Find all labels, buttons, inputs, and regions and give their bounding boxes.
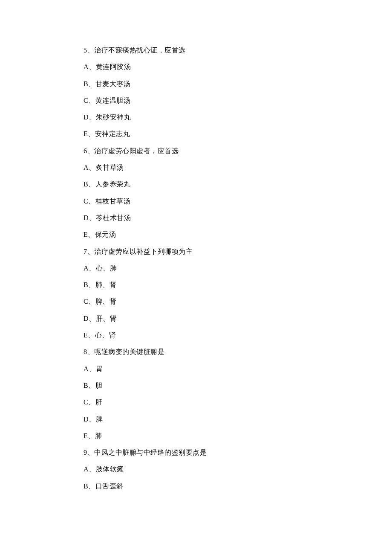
option: B、口舌歪斜 xyxy=(84,483,392,490)
option: D、肝、肾 xyxy=(84,315,392,322)
option: B、肺、肾 xyxy=(84,282,392,288)
question-stem: 5、治疗不寐痰热扰心证，应首选 xyxy=(84,47,392,54)
option: B、甘麦大枣汤 xyxy=(84,81,392,87)
option: B、人参养荣丸 xyxy=(84,181,392,188)
option: E、肺 xyxy=(84,433,392,439)
option: D、苓桂术甘汤 xyxy=(84,215,392,221)
option: C、脾、肾 xyxy=(84,298,392,305)
option: A、黄连阿胶汤 xyxy=(84,64,392,70)
option: E、安神定志丸 xyxy=(84,131,392,137)
option: D、脾 xyxy=(84,416,392,423)
option: C、桂枝甘草汤 xyxy=(84,198,392,205)
option: A、胃 xyxy=(84,366,392,372)
question-stem: 9、中风之中脏腑与中经络的鉴别要点是 xyxy=(84,449,392,456)
question-stem: 7、治疗虚劳应以补益下列哪项为主 xyxy=(84,248,392,255)
question-stem: 8、呃逆病变的关键脏腑是 xyxy=(84,349,392,355)
option: E、心、肾 xyxy=(84,332,392,339)
question-stem: 6、治疗虚劳心阳虚者，应首选 xyxy=(84,148,392,154)
option: A、肢体软瘫 xyxy=(84,466,392,473)
option: C、黄连温胆汤 xyxy=(84,97,392,104)
option: A、炙甘草汤 xyxy=(84,164,392,171)
option: B、胆 xyxy=(84,382,392,389)
document-page: 5、治疗不寐痰热扰心证，应首选 A、黄连阿胶汤 B、甘麦大枣汤 C、黄连温胆汤 … xyxy=(0,0,392,534)
option: C、肝 xyxy=(84,399,392,406)
option: A、心、肺 xyxy=(84,265,392,272)
option: D、朱砂安神丸 xyxy=(84,114,392,121)
option: E、保元汤 xyxy=(84,231,392,238)
